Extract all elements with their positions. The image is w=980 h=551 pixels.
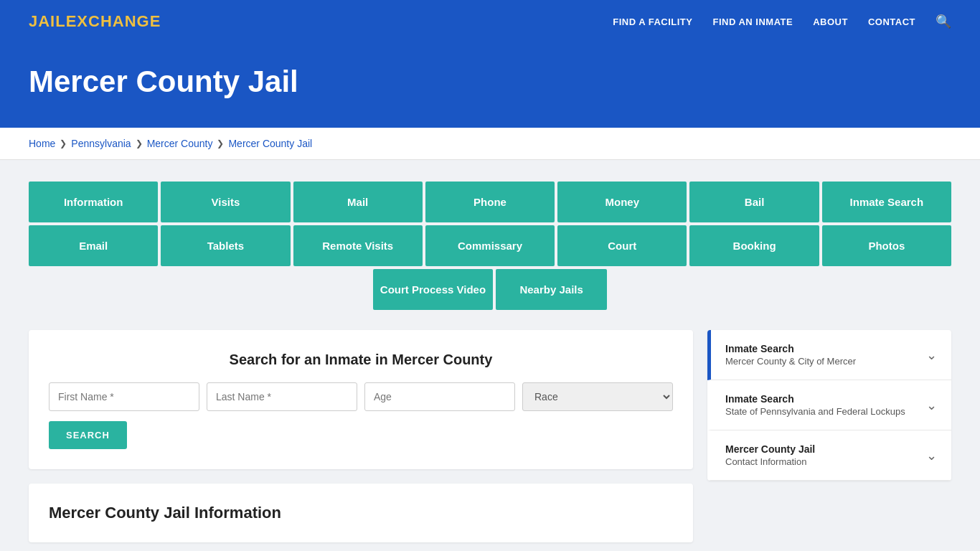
chevron-down-icon-1: ⌄ [926,347,937,363]
main-wrapper: Information Visits Mail Phone Money Bail… [0,160,980,551]
cat-btn-mail[interactable]: Mail [293,182,423,222]
breadcrumb-pennsylvania[interactable]: Pennsylvania [71,138,131,149]
sidebar-item-inmate-search-pa[interactable]: Inmate Search State of Pennsylvania and … [707,380,951,430]
first-name-input[interactable] [49,382,199,411]
cat-btn-email[interactable]: Email [29,225,158,266]
chevron-down-icon-2: ⌄ [926,397,937,413]
cat-btn-money[interactable]: Money [557,182,687,222]
category-row-2: Email Tablets Remote Visits Commissary C… [29,225,951,266]
nav-contact[interactable]: CONTACT [868,17,915,27]
sidebar-item-subtitle-2: State of Pennsylvania and Federal Lockup… [725,406,905,417]
cat-btn-phone[interactable]: Phone [425,182,555,222]
nav-about[interactable]: ABOUT [813,17,848,27]
category-row-1: Information Visits Mail Phone Money Bail… [29,182,951,222]
main-nav: FIND A FACILITY FIND AN INMATE ABOUT CON… [613,14,951,29]
cat-btn-inmate-search[interactable]: Inmate Search [822,182,951,222]
sidebar-item-text-3: Mercer County Jail Contact Information [725,443,815,467]
search-icon-button[interactable]: 🔍 [936,14,951,29]
sidebar-item-inmate-search-mercer[interactable]: Inmate Search Mercer County & City of Me… [707,330,951,380]
nav-find-facility[interactable]: FIND A FACILITY [613,17,692,27]
breadcrumb-sep-1: ❯ [60,138,67,149]
hero-section: Mercer County Jail [0,43,980,128]
search-inputs-row: Race White Black Hispanic Asian Other [49,382,673,411]
sidebar-item-title-2: Inmate Search [725,393,905,405]
sidebar-item-title-1: Inmate Search [725,343,856,354]
cat-btn-bail[interactable]: Bail [689,182,819,222]
last-name-input[interactable] [207,382,357,411]
cat-btn-nearby-jails[interactable]: Nearby Jails [496,269,607,310]
info-card-title: Mercer County Jail Information [49,504,673,522]
info-card: Mercer County Jail Information [29,484,693,542]
breadcrumb-sep-3: ❯ [217,138,224,149]
logo-exchange: EXCHANGE [66,12,161,30]
sidebar-item-subtitle-3: Contact Information [725,456,815,467]
age-input[interactable] [364,382,515,411]
race-select[interactable]: Race White Black Hispanic Asian Other [522,382,673,411]
sidebar-item-title-3: Mercer County Jail [725,443,815,455]
site-logo[interactable]: JAILEXCHANGE [29,12,161,31]
cat-btn-court-process-video[interactable]: Court Process Video [373,269,493,310]
inmate-search-card: Search for an Inmate in Mercer County Ra… [29,330,693,469]
right-column: Inmate Search Mercer County & City of Me… [707,330,951,481]
cat-btn-commissary[interactable]: Commissary [425,225,555,266]
breadcrumb-home[interactable]: Home [29,138,55,149]
search-button[interactable]: SEARCH [49,421,127,449]
two-col-layout: Search for an Inmate in Mercer County Ra… [29,330,951,542]
cat-btn-tablets[interactable]: Tablets [161,225,290,266]
logo-jail: JAIL [29,12,66,30]
cat-btn-visits[interactable]: Visits [161,182,290,222]
cat-btn-booking[interactable]: Booking [689,225,819,266]
breadcrumb: Home ❯ Pennsylvania ❯ Mercer County ❯ Me… [29,138,951,149]
sidebar-item-contact-info[interactable]: Mercer County Jail Contact Information ⌄ [707,430,951,481]
cat-btn-court[interactable]: Court [557,225,687,266]
chevron-down-icon-3: ⌄ [926,448,937,463]
nav-find-inmate[interactable]: FIND AN INMATE [712,17,793,27]
breadcrumb-mercer-county-jail[interactable]: Mercer County Jail [228,138,312,149]
page-title: Mercer County Jail [29,65,951,99]
cat-btn-remote-visits[interactable]: Remote Visits [293,225,423,266]
sidebar-item-subtitle-1: Mercer County & City of Mercer [725,356,856,367]
sidebar-card: Inmate Search Mercer County & City of Me… [707,330,951,481]
cat-btn-photos[interactable]: Photos [822,225,951,266]
breadcrumb-bar: Home ❯ Pennsylvania ❯ Mercer County ❯ Me… [0,128,980,160]
breadcrumb-sep-2: ❯ [136,138,143,149]
left-column: Search for an Inmate in Mercer County Ra… [29,330,693,542]
cat-btn-information[interactable]: Information [29,182,158,222]
sidebar-item-text-2: Inmate Search State of Pennsylvania and … [725,393,905,417]
breadcrumb-mercer-county[interactable]: Mercer County [147,138,213,149]
search-form-title: Search for an Inmate in Mercer County [49,352,673,368]
category-row-3: Court Process Video Nearby Jails [29,269,951,310]
site-header: JAILEXCHANGE FIND A FACILITY FIND AN INM… [0,0,980,43]
sidebar-item-text-1: Inmate Search Mercer County & City of Me… [725,343,856,367]
